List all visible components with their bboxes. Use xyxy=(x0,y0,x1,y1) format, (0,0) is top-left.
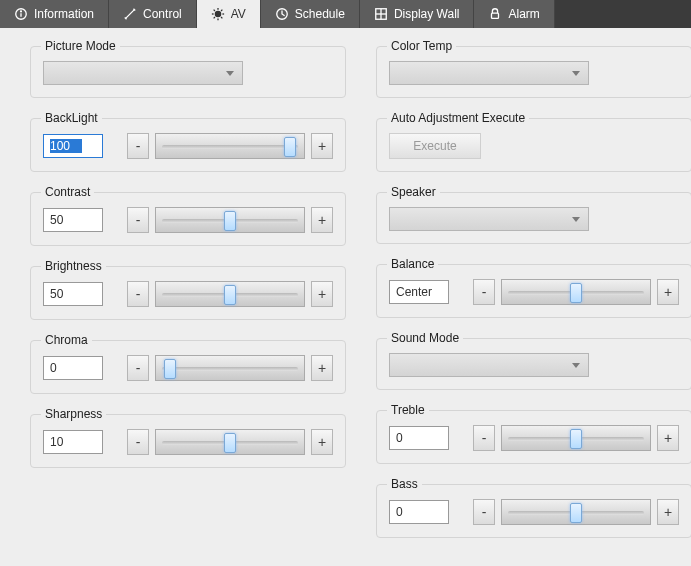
group-title: Chroma xyxy=(41,333,92,347)
group-color-temp: Color Temp xyxy=(376,46,691,98)
picture-mode-select[interactable] xyxy=(43,61,243,85)
slider-thumb[interactable] xyxy=(570,429,582,449)
contrast-value[interactable]: 50 xyxy=(43,208,103,232)
group-title: Sharpness xyxy=(41,407,106,421)
tab-schedule[interactable]: Schedule xyxy=(261,0,360,28)
tab-label: Information xyxy=(34,7,94,21)
balance-value[interactable]: Center xyxy=(389,280,449,304)
group-title: BackLight xyxy=(41,111,102,125)
bass-value[interactable]: 0 xyxy=(389,500,449,524)
tab-label: AV xyxy=(231,7,246,21)
tools-icon xyxy=(123,7,137,21)
svg-rect-16 xyxy=(492,13,499,18)
group-backlight: BackLight 100 - + xyxy=(30,118,346,172)
backlight-slider[interactable] xyxy=(155,133,305,159)
treble-plus[interactable]: + xyxy=(657,425,679,451)
balance-minus[interactable]: - xyxy=(473,279,495,305)
right-column: Color Temp Auto Adjustment Execute Execu… xyxy=(376,46,691,538)
group-title: Picture Mode xyxy=(41,39,120,53)
bass-slider[interactable] xyxy=(501,499,651,525)
group-bass: Bass 0 - + xyxy=(376,484,691,538)
chroma-plus[interactable]: + xyxy=(311,355,333,381)
treble-value[interactable]: 0 xyxy=(389,426,449,450)
info-icon xyxy=(14,7,28,21)
group-title: Sound Mode xyxy=(387,331,463,345)
chroma-slider[interactable] xyxy=(155,355,305,381)
group-auto-adjust: Auto Adjustment Execute Execute xyxy=(376,118,691,172)
treble-minus[interactable]: - xyxy=(473,425,495,451)
balance-plus[interactable]: + xyxy=(657,279,679,305)
backlight-value[interactable]: 100 xyxy=(43,134,103,158)
group-speaker: Speaker xyxy=(376,192,691,244)
slider-thumb[interactable] xyxy=(284,137,296,157)
group-title: Auto Adjustment Execute xyxy=(387,111,529,125)
slider-thumb[interactable] xyxy=(224,285,236,305)
slider-thumb[interactable] xyxy=(224,433,236,453)
svg-point-3 xyxy=(215,11,220,16)
group-contrast: Contrast 50 - + xyxy=(30,192,346,246)
treble-slider[interactable] xyxy=(501,425,651,451)
tab-label: Display Wall xyxy=(394,7,460,21)
brightness-icon xyxy=(211,7,225,21)
group-title: Treble xyxy=(387,403,429,417)
group-title: Speaker xyxy=(387,185,440,199)
brightness-slider[interactable] xyxy=(155,281,305,307)
group-title: Brightness xyxy=(41,259,106,273)
group-title: Balance xyxy=(387,257,438,271)
tab-alarm[interactable]: Alarm xyxy=(474,0,554,28)
tab-label: Alarm xyxy=(508,7,539,21)
sharpness-value[interactable]: 10 xyxy=(43,430,103,454)
brightness-value[interactable]: 50 xyxy=(43,282,103,306)
group-sound-mode: Sound Mode xyxy=(376,338,691,390)
tabbar-fill xyxy=(555,0,691,28)
tab-label: Control xyxy=(143,7,182,21)
svg-line-9 xyxy=(221,17,222,18)
svg-line-11 xyxy=(221,10,222,11)
clock-icon xyxy=(275,7,289,21)
group-sharpness: Sharpness 10 - + xyxy=(30,414,346,468)
sound-mode-select[interactable] xyxy=(389,353,589,377)
group-balance: Balance Center - + xyxy=(376,264,691,318)
group-title: Color Temp xyxy=(387,39,456,53)
tab-display-wall[interactable]: Display Wall xyxy=(360,0,475,28)
color-temp-select[interactable] xyxy=(389,61,589,85)
content-area: Picture Mode BackLight 100 - + Contrast … xyxy=(0,28,691,562)
bass-minus[interactable]: - xyxy=(473,499,495,525)
sharpness-minus[interactable]: - xyxy=(127,429,149,455)
brightness-minus[interactable]: - xyxy=(127,281,149,307)
brightness-plus[interactable]: + xyxy=(311,281,333,307)
sharpness-slider[interactable] xyxy=(155,429,305,455)
lock-icon xyxy=(488,7,502,21)
bass-plus[interactable]: + xyxy=(657,499,679,525)
backlight-minus[interactable]: - xyxy=(127,133,149,159)
tab-av[interactable]: AV xyxy=(197,0,261,28)
group-brightness: Brightness 50 - + xyxy=(30,266,346,320)
slider-thumb[interactable] xyxy=(570,503,582,523)
slider-thumb[interactable] xyxy=(224,211,236,231)
group-chroma: Chroma 0 - + xyxy=(30,340,346,394)
tab-bar: Information Control AV Schedule Display … xyxy=(0,0,691,28)
tab-label: Schedule xyxy=(295,7,345,21)
svg-line-10 xyxy=(213,17,214,18)
slider-thumb[interactable] xyxy=(570,283,582,303)
chroma-minus[interactable]: - xyxy=(127,355,149,381)
svg-line-8 xyxy=(213,10,214,11)
group-treble: Treble 0 - + xyxy=(376,410,691,464)
sharpness-plus[interactable]: + xyxy=(311,429,333,455)
execute-button[interactable]: Execute xyxy=(389,133,481,159)
tab-control[interactable]: Control xyxy=(109,0,197,28)
chroma-value[interactable]: 0 xyxy=(43,356,103,380)
group-title: Contrast xyxy=(41,185,94,199)
group-picture-mode: Picture Mode xyxy=(30,46,346,98)
backlight-plus[interactable]: + xyxy=(311,133,333,159)
balance-slider[interactable] xyxy=(501,279,651,305)
slider-thumb[interactable] xyxy=(164,359,176,379)
svg-point-2 xyxy=(21,11,22,12)
contrast-plus[interactable]: + xyxy=(311,207,333,233)
left-column: Picture Mode BackLight 100 - + Contrast … xyxy=(30,46,346,538)
contrast-slider[interactable] xyxy=(155,207,305,233)
contrast-minus[interactable]: - xyxy=(127,207,149,233)
tab-information[interactable]: Information xyxy=(0,0,109,28)
speaker-select[interactable] xyxy=(389,207,589,231)
group-title: Bass xyxy=(387,477,422,491)
